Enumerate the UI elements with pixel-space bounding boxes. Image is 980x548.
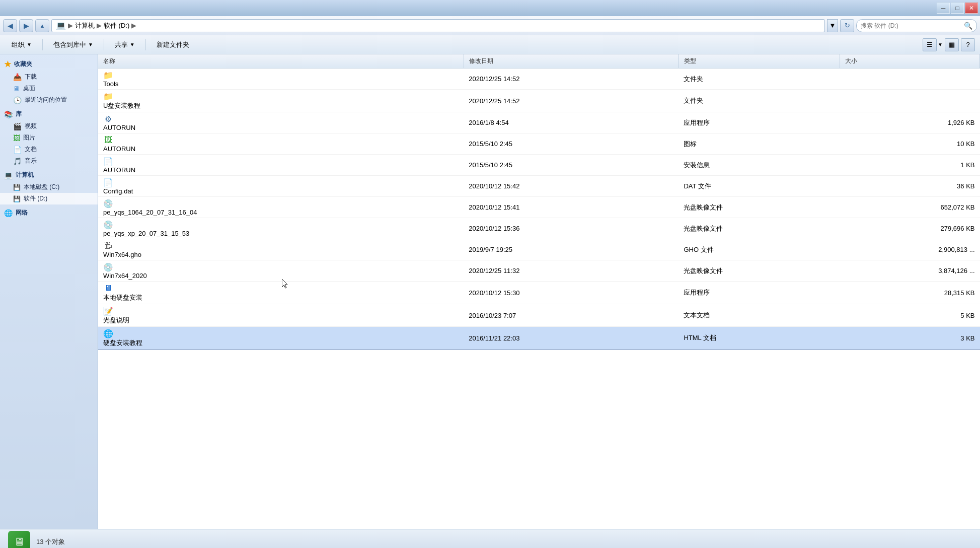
refresh-button[interactable]: ↻ xyxy=(840,19,854,32)
desktop-icon: 🖥 xyxy=(13,85,20,93)
back-button[interactable]: ◀ xyxy=(3,19,17,32)
path-dropdown[interactable]: ▼ xyxy=(827,19,838,32)
new-folder-label: 新建文件夹 xyxy=(157,40,189,49)
column-name[interactable]: 名称 xyxy=(98,54,464,68)
sidebar-recent-label: 最近访问的位置 xyxy=(25,96,67,104)
download-icon: 📥 xyxy=(13,73,22,81)
table-row[interactable]: 💿 Win7x64_2020 2020/12/25 11:32 光盘映像文件 3… xyxy=(98,260,980,282)
forward-button[interactable]: ▶ xyxy=(19,19,33,32)
sidebar-photo-label: 图片 xyxy=(23,133,35,142)
address-path[interactable]: 💻 ▶ 计算机 ▶ 软件 (D:) ▶ xyxy=(51,19,825,32)
column-modified[interactable]: 修改日期 xyxy=(464,54,679,68)
photo-icon: 🖼 xyxy=(13,134,20,142)
sidebar-item-video[interactable]: 🎬 视频 xyxy=(0,120,98,132)
file-icon: 🖥 xyxy=(103,283,113,293)
file-name-cell: 📝 光盘说明 xyxy=(103,306,459,325)
organize-button[interactable]: 组织 ▼ xyxy=(5,38,38,52)
file-name-cell: 📄 Config.dat xyxy=(103,177,459,195)
maximize-button[interactable]: □ xyxy=(951,3,964,14)
favorites-header[interactable]: ★ 收藏夹 xyxy=(0,57,98,71)
search-input[interactable] xyxy=(861,22,962,29)
table-row[interactable]: 🌐 硬盘安装教程 2016/11/21 22:03 HTML 文档 3 KB xyxy=(98,327,980,350)
column-size[interactable]: 大小 xyxy=(840,54,980,68)
address-bar: ◀ ▶ ▲ 💻 ▶ 计算机 ▶ 软件 (D:) ▶ ▼ ↻ 🔍 xyxy=(0,16,980,35)
favorites-label: 收藏夹 xyxy=(14,60,32,68)
help-button[interactable]: ? xyxy=(961,38,975,51)
table-row[interactable]: 📄 Config.dat 2020/10/12 15:42 DAT 文件 36 … xyxy=(98,176,980,197)
path-separator-1: ▶ xyxy=(68,22,73,29)
file-name: Tools xyxy=(103,80,118,88)
toolbar-separator-2 xyxy=(104,39,104,50)
table-row[interactable]: 📁 Tools 2020/12/25 14:52 文件夹 xyxy=(98,68,980,90)
file-modified: 2016/1/8 4:54 xyxy=(464,112,679,133)
search-box[interactable]: 🔍 xyxy=(856,19,977,32)
table-row[interactable]: ⚙ AUTORUN 2016/1/8 4:54 应用程序 1,926 KB xyxy=(98,112,980,133)
sidebar-item-c-drive[interactable]: 💾 本地磁盘 (C:) xyxy=(0,181,98,193)
file-table: 名称 修改日期 类型 大小 📁 Tools 2020/12/25 14:52 文… xyxy=(98,54,980,350)
file-name-cell: ⚙ AUTORUN xyxy=(103,114,459,131)
file-type: 应用程序 xyxy=(679,282,840,304)
sidebar: ★ 收藏夹 📥 下载 🖥 桌面 🕒 最近访问的位置 📚 库 xyxy=(0,54,98,529)
table-row[interactable]: 🗜 Win7x64.gho 2019/9/7 19:25 GHO 文件 2,90… xyxy=(98,239,980,260)
include-button[interactable]: 包含到库中 ▼ xyxy=(47,38,100,52)
table-row[interactable]: 🖼 AUTORUN 2015/5/10 2:45 图标 10 KB xyxy=(98,133,980,155)
file-name: Win7x64_2020 xyxy=(103,272,147,280)
preview-pane-button[interactable]: ▦ xyxy=(945,38,959,51)
search-icon[interactable]: 🔍 xyxy=(964,22,972,30)
file-modified: 2015/5/10 2:45 xyxy=(464,133,679,155)
sidebar-music-label: 音乐 xyxy=(25,157,37,165)
include-label: 包含到库中 xyxy=(53,40,86,49)
table-row[interactable]: 📁 U盘安装教程 2020/12/25 14:52 文件夹 xyxy=(98,90,980,112)
sidebar-c-drive-label: 本地磁盘 (C:) xyxy=(24,183,59,191)
sidebar-item-download[interactable]: 📥 下载 xyxy=(0,71,98,83)
file-name: pe_yqs_1064_20_07_31_16_04 xyxy=(103,209,197,216)
file-name: 本地硬盘安装 xyxy=(103,294,142,301)
file-size xyxy=(840,90,980,112)
file-icon: 💿 xyxy=(103,262,113,272)
path-computer: 计算机 xyxy=(75,21,95,30)
table-row[interactable]: 💿 pe_yqs_xp_20_07_31_15_53 2020/10/12 15… xyxy=(98,218,980,239)
file-name: 硬盘安装教程 xyxy=(103,339,142,347)
up-button[interactable]: ▲ xyxy=(35,19,49,32)
file-name-cell: 📁 Tools xyxy=(103,70,459,88)
organize-dropdown-icon: ▼ xyxy=(27,42,32,47)
file-size: 1 KB xyxy=(840,155,980,176)
sidebar-item-music[interactable]: 🎵 音乐 xyxy=(0,155,98,167)
toolbar: 组织 ▼ 包含到库中 ▼ 共享 ▼ 新建文件夹 ☰ ▼ ▦ ? xyxy=(0,35,980,54)
network-label: 网络 xyxy=(16,209,28,217)
share-button[interactable]: 共享 ▼ xyxy=(108,38,141,52)
minimize-button[interactable]: ─ xyxy=(937,3,950,14)
sidebar-item-photo[interactable]: 🖼 图片 xyxy=(0,132,98,144)
path-drive: 软件 (D:) xyxy=(104,21,129,30)
table-row[interactable]: 📄 AUTORUN 2015/5/10 2:45 安装信息 1 KB xyxy=(98,155,980,176)
path-separator-2: ▶ xyxy=(97,22,102,29)
file-type: 文本文档 xyxy=(679,304,840,327)
file-size: 279,696 KB xyxy=(840,218,980,239)
close-button[interactable]: ✕ xyxy=(965,3,978,14)
file-name-cell: 🌐 硬盘安装教程 xyxy=(103,328,459,348)
table-row[interactable]: 💿 pe_yqs_1064_20_07_31_16_04 2020/10/12 … xyxy=(98,197,980,218)
library-header[interactable]: 📚 库 xyxy=(0,108,98,120)
file-icon: 🖼 xyxy=(103,135,113,145)
sidebar-item-doc[interactable]: 📄 文档 xyxy=(0,144,98,155)
column-type[interactable]: 类型 xyxy=(679,54,840,68)
network-header[interactable]: 🌐 网络 xyxy=(0,207,98,219)
computer-path-icon: 💻 xyxy=(56,21,66,30)
file-size: 3 KB xyxy=(840,327,980,350)
file-icon: 💿 xyxy=(103,198,113,209)
star-icon: ★ xyxy=(4,59,11,69)
view-mode-button[interactable]: ☰ xyxy=(923,38,937,51)
sidebar-doc-label: 文档 xyxy=(25,145,37,154)
table-row[interactable]: 🖥 本地硬盘安装 2020/10/12 15:30 应用程序 28,315 KB xyxy=(98,282,980,304)
file-size: 1,926 KB xyxy=(840,112,980,133)
computer-header[interactable]: 💻 计算机 xyxy=(0,169,98,181)
sidebar-item-desktop[interactable]: 🖥 桌面 xyxy=(0,83,98,94)
sidebar-item-recent[interactable]: 🕒 最近访问的位置 xyxy=(0,94,98,106)
file-name-cell: 📁 U盘安装教程 xyxy=(103,91,459,110)
table-row[interactable]: 📝 光盘说明 2016/10/23 7:07 文本文档 5 KB xyxy=(98,304,980,327)
new-folder-button[interactable]: 新建文件夹 xyxy=(150,38,196,52)
computer-icon: 💻 xyxy=(4,171,13,179)
path-separator-3: ▶ xyxy=(131,22,136,29)
sidebar-item-d-drive[interactable]: 💾 软件 (D:) xyxy=(0,193,98,204)
file-name-cell: 💿 Win7x64_2020 xyxy=(103,262,459,280)
